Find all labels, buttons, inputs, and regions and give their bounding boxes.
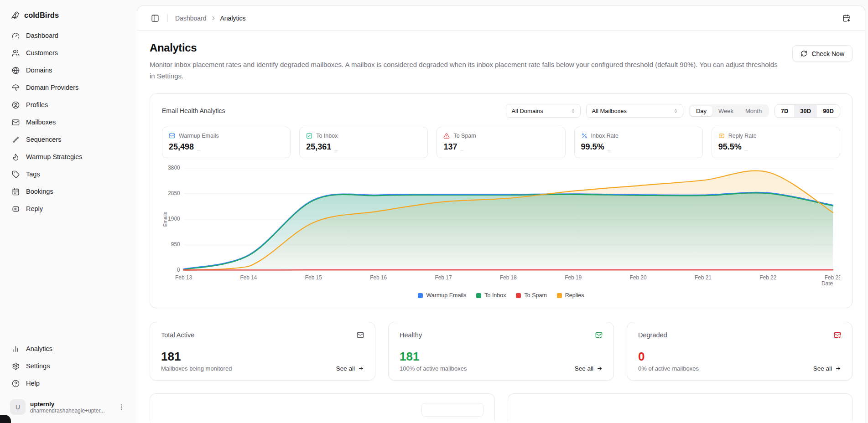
legend-item-replies[interactable]: Replies (557, 292, 584, 299)
sidebar-item-label: Bookings (26, 188, 53, 195)
summary-card-title: Healthy (400, 331, 422, 339)
calendar-plus-icon (842, 14, 850, 22)
summary-card-subtitle: 100% of active mailboxes (400, 365, 467, 372)
email-health-panel: Email Health Analytics All Domains All M… (150, 93, 852, 308)
umbrella-icon (12, 84, 20, 92)
sidebar-item-reply[interactable]: Reply (8, 201, 129, 217)
sidebar-item-sequencers[interactable]: Sequencers (8, 132, 129, 147)
sequence-icon (12, 136, 20, 144)
mail-x-icon (834, 331, 841, 339)
svg-text:Feb 15: Feb 15 (305, 274, 322, 281)
inbox-check-icon (306, 133, 312, 139)
breadcrumb-dashboard[interactable]: Dashboard (175, 15, 207, 22)
panel-left-icon (151, 14, 159, 22)
mail-icon (357, 331, 364, 339)
stat-trend-placeholder: _ (197, 144, 200, 151)
sidebar-toggle-button[interactable] (149, 12, 161, 24)
chevrons-up-down-icon (570, 108, 576, 114)
alert-triangle-icon (443, 133, 450, 139)
sidebar-item-bookings[interactable]: Bookings (8, 184, 129, 199)
main-card: Dashboard Analytics Analytics Monitor in… (137, 5, 865, 423)
svg-text:Feb 23: Feb 23 (825, 274, 840, 281)
stats-row: Warmup Emails25,498_To Inbox25,361_To Sp… (162, 127, 840, 158)
legend-item-to-spam[interactable]: To Spam (516, 292, 546, 299)
range-90d-button[interactable]: 90D (817, 105, 840, 117)
sidebar-item-settings[interactable]: Settings (8, 358, 129, 374)
sidebar-item-customers[interactable]: Customers (8, 45, 129, 61)
summary-card-value: 181 (400, 350, 603, 364)
stat-card-reply-rate: Reply Rate95.5%_ (712, 127, 840, 158)
legend-item-to-inbox[interactable]: To Inbox (476, 292, 506, 299)
sidebar: coldBirds DashboardCustomersDomainsDomai… (0, 0, 137, 423)
stat-trend-placeholder: _ (608, 144, 611, 151)
topbar: Dashboard Analytics (137, 6, 865, 31)
svg-text:Feb 20: Feb 20 (630, 274, 647, 281)
stat-value: 99.5%_ (581, 142, 696, 152)
panel-controls: All Domains All Mailboxes DayWeekMonth 7… (506, 104, 840, 118)
sidebar-item-domains[interactable]: Domains (8, 62, 129, 78)
stat-card-inbox-rate: Inbox Rate99.5%_ (574, 127, 703, 158)
domains-filter-select[interactable]: All Domains (506, 104, 581, 118)
summary-card-degraded: Degraded00% of active mailboxesSee all (627, 322, 852, 381)
stat-value: 95.5%_ (718, 142, 833, 152)
sidebar-item-analytics[interactable]: Analytics (8, 341, 129, 356)
svg-text:Feb 13: Feb 13 (175, 274, 192, 281)
domains-filter-value: All Domains (511, 108, 543, 114)
sidebar-item-profiles[interactable]: Profiles (8, 97, 129, 113)
globe-icon (12, 67, 20, 74)
refresh-icon (800, 50, 807, 57)
sidebar-item-dashboard[interactable]: Dashboard (8, 28, 129, 43)
granularity-toggle: DayWeekMonth (689, 104, 769, 117)
check-now-button[interactable]: Check Now (792, 45, 852, 62)
svg-text:Feb 19: Feb 19 (565, 274, 582, 281)
sidebar-item-warmup-strategies[interactable]: Warmup Strategies (8, 149, 129, 165)
legend-item-warmup-emails[interactable]: Warmup Emails (418, 292, 466, 299)
stat-label: To Inbox (316, 133, 338, 139)
summary-card-subtitle: 0% of active mailboxes (638, 365, 699, 372)
partial-cards-row (150, 393, 852, 421)
y-axis-title: Emails (162, 212, 168, 227)
user-options-button[interactable] (116, 402, 127, 413)
sidebar-item-tags[interactable]: Tags (8, 166, 129, 182)
svg-text:950: 950 (171, 241, 180, 248)
partial-card-control[interactable] (421, 403, 483, 417)
series-area-to-inbox (184, 193, 833, 270)
page-title: Analytics (150, 41, 852, 54)
summary-card-subtitle: Mailboxes being monitored (161, 365, 232, 372)
legend-label: Replies (565, 292, 584, 299)
mailboxes-filter-select[interactable]: All Mailboxes (586, 104, 683, 118)
see-all-link[interactable]: See all (575, 365, 603, 372)
user-menu[interactable]: U upternly dharmendrashaheagle+upter... (8, 397, 129, 417)
range-7d-button[interactable]: 7D (775, 105, 795, 117)
sidebar-item-mailboxes[interactable]: Mailboxes (8, 114, 129, 130)
x-axis-title: Date (821, 280, 833, 287)
range-30d-button[interactable]: 30D (794, 105, 817, 117)
percent-icon (581, 133, 587, 139)
sidebar-item-label: Domains (26, 67, 52, 74)
granularity-month-button[interactable]: Month (739, 106, 768, 116)
see-all-link[interactable]: See all (813, 365, 841, 372)
sidebar-item-label: Mailboxes (26, 119, 56, 126)
legend-label: Warmup Emails (426, 292, 466, 299)
granularity-day-button[interactable]: Day (690, 106, 712, 116)
gear-icon (12, 362, 20, 370)
gauge-icon (12, 32, 20, 40)
sidebar-item-help[interactable]: Help (8, 376, 129, 391)
stat-trend-placeholder: _ (334, 144, 338, 151)
schedule-check-button[interactable] (841, 12, 852, 24)
arrow-right-icon (835, 366, 841, 371)
svg-text:Feb 14: Feb 14 (240, 274, 257, 281)
stat-value: 25,361_ (306, 142, 421, 152)
chevron-right-icon (210, 15, 217, 21)
mail-icon (169, 133, 175, 139)
legend-swatch (557, 293, 562, 298)
legend-swatch (516, 293, 521, 298)
see-all-link[interactable]: See all (336, 365, 364, 372)
mailboxes-filter-value: All Mailboxes (592, 108, 627, 114)
svg-text:Feb 22: Feb 22 (759, 274, 776, 281)
arrow-right-icon (358, 366, 364, 371)
sidebar-item-label: Analytics (26, 345, 52, 352)
granularity-week-button[interactable]: Week (712, 106, 739, 116)
panel-title: Email Health Analytics (162, 107, 225, 114)
sidebar-item-domain-providers[interactable]: Domain Providers (8, 80, 129, 95)
